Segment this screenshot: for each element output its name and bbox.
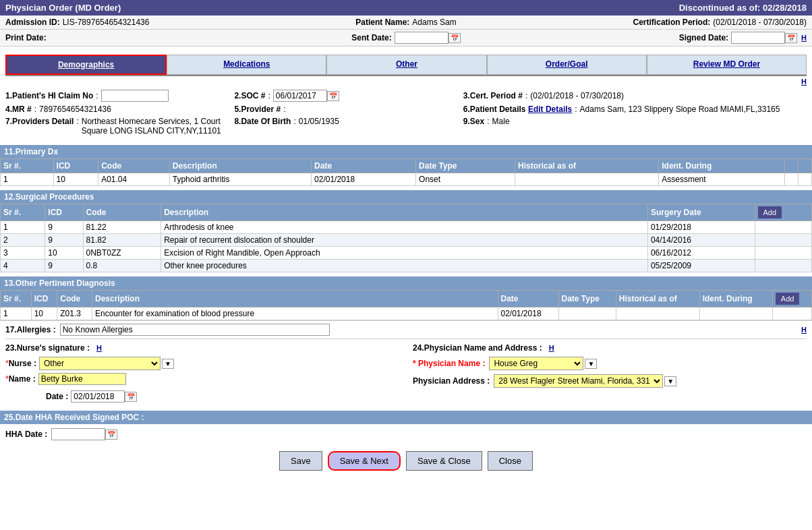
- soc-input[interactable]: [273, 90, 327, 102]
- admission-id-field: Admission ID: LIS-7897654654321436: [5, 18, 272, 27]
- nurse-sig-section: 23.Nurse's signature : H * Nurse : Other…: [5, 343, 399, 403]
- hi-claim-label: 1.Patient's HI Claim No: [5, 91, 93, 100]
- odx-col-code: Code: [57, 291, 92, 307]
- footer-buttons: Save Save & Next Save & Close Close: [0, 444, 812, 477]
- top-h-anchor[interactable]: H: [801, 78, 807, 86]
- patient-name-field: Patient Name: Adams Sam: [272, 18, 540, 27]
- col-code: Code: [98, 159, 170, 173]
- cert-period-label: Certification Period:: [633, 18, 711, 27]
- allergies-row: 17.Allergies : H: [0, 320, 812, 338]
- name-input[interactable]: [38, 373, 126, 385]
- provider-field: 5.Provider # :: [234, 105, 463, 114]
- surg-col-add: Add: [755, 204, 812, 221]
- physician-addr-dropdown-icon[interactable]: ▼: [664, 376, 676, 386]
- physician-h-link[interactable]: H: [549, 344, 554, 352]
- soc-field: 2.SOC # : 📅: [234, 90, 463, 102]
- tab-review-md-order[interactable]: Review MD Order: [647, 55, 807, 75]
- discontinued-label: Discontinued as of: 02/28/2018: [679, 3, 807, 13]
- tab-order-goal[interactable]: Order/Goal: [487, 55, 647, 75]
- save-button[interactable]: Save: [279, 451, 322, 471]
- signed-date-input[interactable]: [731, 32, 785, 44]
- odx-col-sr: Sr #.: [1, 291, 32, 307]
- sex-colon: :: [487, 117, 489, 126]
- cert-period-num-value: (02/01/2018 - 07/30/2018): [530, 91, 624, 100]
- physician-name-label: * Physician Name :: [413, 359, 485, 368]
- allergies-h-link[interactable]: H: [801, 326, 807, 334]
- hha-date-label: HHA Date :: [5, 430, 47, 439]
- cert-period-num-field: 3.Cert. Period # : (02/01/2018 - 07/30/2…: [463, 91, 807, 100]
- other-dx-header-label: 13.Other Pertinent Diagnosis: [4, 278, 115, 288]
- page-title: Physician Order (MD Order): [5, 3, 121, 13]
- sent-date-input[interactable]: [395, 32, 448, 44]
- hi-claim-input[interactable]: [101, 90, 169, 102]
- col-historical: Historical as of: [515, 159, 658, 173]
- hha-date-input[interactable]: [51, 428, 105, 440]
- edit-details-link[interactable]: Edit Details: [528, 105, 572, 114]
- patient-details-colon: :: [575, 105, 577, 114]
- patient-details-value: Adams Sam, 123 Slippery Slope Road MIAMI…: [580, 105, 780, 114]
- provider-label: 5.Provider #: [234, 105, 281, 114]
- close-button[interactable]: Close: [488, 451, 533, 471]
- tab-medications[interactable]: Medications: [167, 55, 326, 75]
- surg-col-code: Code: [83, 204, 161, 221]
- surg-col-sr: Sr #.: [1, 204, 45, 221]
- soc-cal-btn[interactable]: 📅: [327, 91, 339, 101]
- surgical-header-row: Sr #. ICD Code Description Surgery Date …: [1, 204, 812, 221]
- nurse-row: * Nurse : Other Betty Burke Nurse 1 ▼: [5, 357, 399, 370]
- odx-col-historical: Historical as of: [616, 291, 699, 307]
- col-actions: [784, 159, 798, 173]
- providers-value: Northeast Homecare Services, 1 Court Squ…: [82, 117, 235, 136]
- surg-col-icd: ICD: [45, 204, 83, 221]
- nurse-select[interactable]: Other Betty Burke Nurse 1: [39, 357, 161, 370]
- cert-period-value: (02/01/2018 - 07/30/2018): [713, 18, 807, 27]
- tab-demographics[interactable]: Demographics: [5, 55, 167, 75]
- nurse-date-cal-btn[interactable]: 📅: [125, 392, 137, 402]
- surgical-table: Sr #. ICD Code Description Surgery Date …: [0, 204, 812, 272]
- hha-date-cal-btn[interactable]: 📅: [105, 430, 117, 440]
- hha-header: 25.Date HHA Received Signed POC :: [0, 411, 812, 424]
- date-input[interactable]: [71, 390, 125, 403]
- sex-field: 9.Sex : Male: [463, 117, 807, 126]
- primary-dx-header-row: Sr #. ICD Code Description Date Date Typ…: [1, 159, 812, 173]
- physician-dropdown-icon[interactable]: ▼: [585, 359, 597, 369]
- save-close-button[interactable]: Save & Close: [406, 451, 482, 471]
- mr-colon: :: [34, 105, 36, 114]
- table-row: 3 10 0NBT0ZZ Excision of Right Mandible,…: [1, 247, 812, 260]
- physician-name-select[interactable]: House Greg Physician 2: [489, 357, 583, 370]
- date-row: Date : 📅: [46, 390, 399, 403]
- primary-dx-table: Sr #. ICD Code Description Date Date Typ…: [0, 158, 812, 186]
- hha-date-row: HHA Date : 📅: [5, 428, 807, 440]
- save-next-button[interactable]: Save & Next: [328, 451, 401, 471]
- nurse-dropdown-icon[interactable]: ▼: [162, 359, 174, 369]
- patient-row-2: 4.MR # : 7897654654321436 5.Provider # :…: [5, 105, 807, 114]
- sent-date-label: Sent Date:: [351, 33, 391, 42]
- sent-date-cal-btn[interactable]: 📅: [448, 33, 461, 43]
- other-dx-add-btn[interactable]: Add: [776, 293, 800, 305]
- allergies-label: 17.Allergies :: [5, 325, 56, 334]
- providers-label: 7.Providers Detail: [5, 117, 74, 126]
- odx-col-ident: Ident. During: [699, 291, 772, 307]
- allergies-input[interactable]: [60, 324, 330, 336]
- patient-info-section: 1.Patient's HI Claim No : 2.SOC # : 📅 3.…: [0, 87, 812, 141]
- physician-address-select[interactable]: 28 West Flagler Street Miami, Florida, 3…: [494, 374, 663, 388]
- nurse-sig-h-link[interactable]: H: [96, 344, 102, 352]
- info-row-2: Print Date: Sent Date: 📅 Signed Date: 📅 …: [0, 30, 812, 47]
- tab-other[interactable]: Other: [326, 55, 486, 75]
- table-row: 1 9 81.22 Arthrodesis of knee 01/29/2018: [1, 221, 812, 234]
- table-row: 2 9 81.82 Repair of recurrent dislocatio…: [1, 234, 812, 247]
- signed-date-cal-btn[interactable]: 📅: [785, 33, 797, 43]
- odx-col-date: Date: [498, 291, 558, 307]
- surgical-add-btn[interactable]: Add: [758, 206, 782, 218]
- physician-address-row: Physician Address : 28 West Flagler Stre…: [413, 374, 807, 388]
- dob-label: 8.Date Of Birth: [234, 117, 291, 126]
- hi-claim-field: 1.Patient's HI Claim No :: [5, 90, 234, 102]
- tabs-row: Demographics Medications Other Order/Goa…: [5, 55, 807, 76]
- nurse-sig-title: 23.Nurse's signature : H: [5, 343, 399, 353]
- info-row-1: Admission ID: LIS-7897654654321436 Patie…: [0, 16, 812, 30]
- print-date-label: Print Date:: [5, 33, 47, 42]
- signed-date-h-link[interactable]: H: [801, 34, 807, 42]
- mr-value: 7897654654321436: [39, 105, 111, 114]
- soc-label: 2.SOC #: [234, 91, 265, 100]
- surg-col-desc: Description: [161, 204, 648, 221]
- patient-row-1: 1.Patient's HI Claim No : 2.SOC # : 📅 3.…: [5, 90, 807, 102]
